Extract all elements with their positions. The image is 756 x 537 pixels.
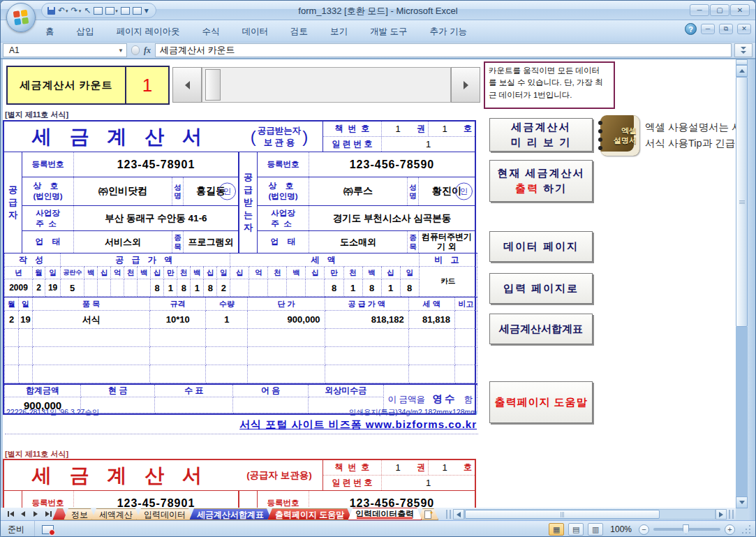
horizontal-scrollbar[interactable] <box>464 509 716 520</box>
tab-review[interactable]: 검토 <box>282 23 316 41</box>
tab-developer[interactable]: 개발 도구 <box>362 23 415 41</box>
resize-grip[interactable] <box>742 525 751 534</box>
window-title: form_1332 [호환 모드] - Microsoft Excel <box>1 5 755 17</box>
blank-count: 5 <box>61 279 84 297</box>
window-split-handle[interactable] <box>729 510 734 519</box>
counter-label: 세금계산서 카운트 <box>6 66 126 105</box>
preview-invoice-button[interactable]: 세금계산서미 리 보 기 <box>489 118 593 152</box>
sheet-tab-info[interactable]: 정보 <box>64 508 96 520</box>
name-box[interactable]: A1 ▼ <box>3 43 127 57</box>
office-logo-icon <box>13 10 29 26</box>
insert-function-icon[interactable]: fx <box>144 45 151 56</box>
write-day: 19 <box>45 279 61 297</box>
page-layout-view-icon[interactable]: ▤ <box>568 523 584 536</box>
zoom-out-icon[interactable]: − <box>639 524 649 535</box>
form2-buyer-reg-no: 123-456-78590 <box>309 491 475 508</box>
invoice-summary-button[interactable]: 세금계산서합계표 <box>489 314 593 344</box>
counter-scroll-left-button[interactable] <box>172 67 202 103</box>
tab-scroll-splitter[interactable] <box>446 510 451 519</box>
tab-view[interactable]: 보기 <box>322 23 356 41</box>
supplier-address: 부산 동래구 수안동 41-6 <box>74 206 238 230</box>
buyer-stamp-icon: 인 <box>455 183 473 200</box>
tax-invoice-form-red: 세 금 계 산 서 (공급자 보관용) 책 번 호 1 권 1 호 일 련 번 … <box>3 459 476 508</box>
office-button[interactable] <box>6 3 36 32</box>
sheet-tab-input-data[interactable]: 입력데이터 <box>136 508 193 520</box>
cell-reference: A1 <box>9 45 20 55</box>
form2-title: 세 금 계 산 서 <box>4 460 236 490</box>
supplier-stamp-icon: 인 <box>218 183 236 200</box>
prev-sheet-icon[interactable] <box>17 508 29 519</box>
workbook-minimize-button[interactable]: ─ <box>701 24 715 34</box>
namebox-resize-handle[interactable] <box>131 45 140 55</box>
buyer-company: ㈜루스 <box>309 177 407 205</box>
vertical-scrollbar-track[interactable] <box>736 327 748 496</box>
workbook-close-button[interactable]: ✕ <box>737 24 751 34</box>
excel-manual-note: 엑셀 사용설명서는 서 서식 사용Tip과 긴급 <box>645 119 736 152</box>
last-sheet-icon[interactable] <box>43 508 54 519</box>
buyer-side-label: 공급받는자 <box>243 171 253 234</box>
input-page-button[interactable]: 입력 페이지로 <box>489 273 593 304</box>
maximize-button[interactable]: ▢ <box>710 4 729 16</box>
counter-scrollbar-thumb[interactable] <box>205 69 221 101</box>
minimize-button[interactable]: ─ <box>690 4 709 16</box>
formula-input[interactable]: 세금계산서 카운트 <box>155 43 732 57</box>
buyer-section: 공급받는자 등록번호 123-456-78590 상 호 (법인명) ㈜루스 성… <box>239 152 475 253</box>
sheet-nav-buttons <box>1 508 57 520</box>
zoom-slider-thumb[interactable] <box>683 524 689 534</box>
counter-scroll-right-button[interactable] <box>451 67 480 103</box>
tab-insert[interactable]: 삽입 <box>68 23 103 41</box>
counter-scrollbar-track[interactable] <box>202 67 451 103</box>
form2-tag: [별지 제11호 서식] <box>5 449 68 459</box>
counter-note: 카운트를 움직이면 모든 데이터 를 보실 수 있습니다. 단, 가장 최 근 … <box>484 61 615 109</box>
tab-addins[interactable]: 추가 기능 <box>421 23 475 41</box>
item-row-1: 219 서식10*10 1900,000 818,18281,818 <box>5 311 477 329</box>
approval-note: 22226-28131일 '96.3.27승인 <box>6 408 99 418</box>
item-row-2 <box>5 329 477 347</box>
window-controls: ─ ▢ ✕ <box>690 4 750 16</box>
data-page-button[interactable]: 데이터 페이지 <box>489 231 593 262</box>
first-sheet-icon[interactable] <box>5 508 16 519</box>
scroll-down-icon[interactable] <box>736 496 748 508</box>
excel-manual-book-icon[interactable]: 엑셀 설명서 <box>600 115 639 156</box>
vertical-scrollbar-thumb[interactable] <box>736 77 748 327</box>
vertical-split-handle[interactable] <box>736 59 748 65</box>
help-icon[interactable]: ? <box>685 23 697 35</box>
excel-window: ↶▾ ↷▾ ↖ ▾ ▾ form_1332 [호환 모드] - Microsof… <box>0 0 756 537</box>
horizontal-scrollbar-thumb[interactable] <box>465 510 660 519</box>
sheet-tab-input-data-print[interactable]: 입력데이터출력 <box>348 508 422 520</box>
tab-formulas[interactable]: 수식 <box>193 23 228 41</box>
supplier-item: 프로그램외 <box>184 231 238 253</box>
formula-bar-expand-icon[interactable] <box>734 43 753 57</box>
print-current-invoice-button[interactable]: 현재 세금계산서 출력 하기 <box>489 160 593 202</box>
counter-value: 1 <box>126 66 170 105</box>
item-lines-table: 월일 품 목규격 수량단 가 공 급 가 액세 액 비고 219 서식10*10… <box>4 297 477 383</box>
supplier-section: 공급자 등록번호 123-45-78901 상 호 (법인명) ㈜인비닷컴 성명… <box>4 152 239 253</box>
sheet-tab-print-help[interactable]: 출력페이지 도움말 <box>267 508 352 520</box>
zoom-level[interactable]: 100% <box>610 524 632 534</box>
ribbon-tab-strip: 홈 삽입 페이지 레이아웃 수식 데이터 검토 보기 개발 도구 추가 기능 ?… <box>1 20 755 43</box>
portal-link[interactable]: 서식 포털 사이트 비즈폼 www.bizforms.co.kr <box>5 418 478 434</box>
print-page-help-button[interactable]: 출력페이지 도움말 <box>489 381 593 423</box>
form2-copy-label: (공급자 보관용) <box>246 469 312 482</box>
sheet-tab-tax-calc[interactable]: 세액계산 <box>91 508 140 520</box>
zoom-slider[interactable] <box>653 528 720 531</box>
scroll-up-icon[interactable] <box>736 65 748 77</box>
buyer-reg-no: 123-456-78590 <box>309 152 475 177</box>
form1-tag: [별지 제11호 서식] <box>5 110 68 120</box>
page-break-view-icon[interactable]: ▥ <box>588 523 603 536</box>
macro-record-icon[interactable] <box>42 525 54 534</box>
workbook-restore-button[interactable]: ⧉ <box>719 24 733 34</box>
next-sheet-icon[interactable] <box>30 508 41 519</box>
normal-view-icon[interactable]: ▦ <box>549 523 564 536</box>
vertical-scrollbar[interactable] <box>736 59 748 520</box>
tab-data[interactable]: 데이터 <box>233 23 276 41</box>
sheet-tab-invoice-summary[interactable]: 세금계산서합계표 <box>189 508 272 520</box>
zoom-in-icon[interactable]: + <box>725 524 735 535</box>
scroll-right-icon[interactable] <box>716 509 727 520</box>
title-bar: ↶▾ ↷▾ ↖ ▾ ▾ form_1332 [호환 모드] - Microsof… <box>1 1 755 20</box>
scroll-left-icon[interactable] <box>453 509 464 520</box>
tab-page-layout[interactable]: 페이지 레이아웃 <box>108 23 188 41</box>
namebox-dropdown-icon[interactable]: ▼ <box>118 47 124 54</box>
tab-home[interactable]: 홈 <box>37 23 63 41</box>
close-button[interactable]: ✕ <box>730 4 750 16</box>
